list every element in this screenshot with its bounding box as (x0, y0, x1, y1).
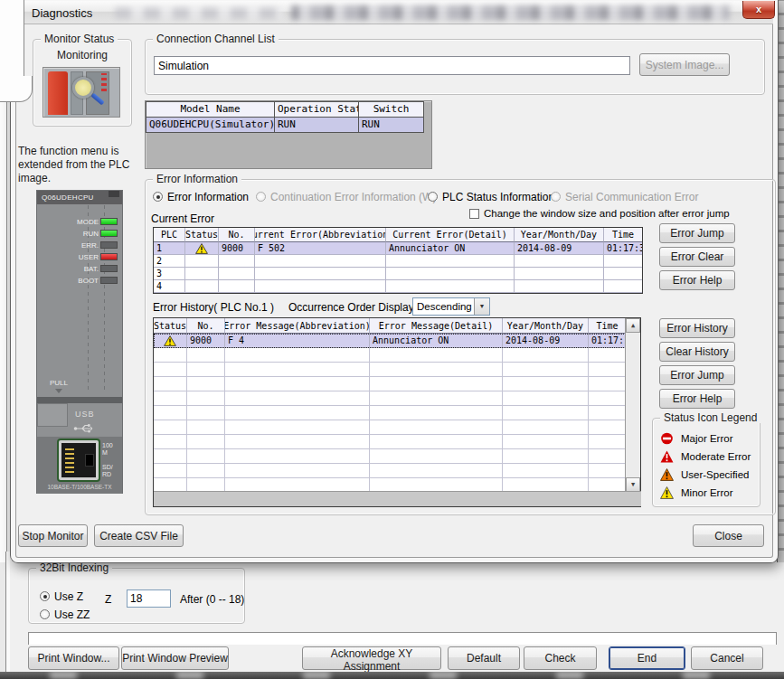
model-table-row[interactable]: Q06UDEHCPU(Simulator) RUN RUN (146, 117, 423, 132)
detail-col-header: Current Error(Detail) (386, 228, 515, 242)
switch-header: Switch (358, 101, 423, 117)
status-cell (154, 334, 187, 348)
time-col-header: Time (604, 228, 642, 242)
time-cell (604, 268, 642, 280)
time-cell (604, 255, 642, 268)
plc-image[interactable]: Q06UDEHCPU MODE RUN ERR. USER BAT. BOOT … (36, 190, 123, 494)
overlapping-window-fragment (0, 0, 24, 88)
no-cell (219, 268, 255, 280)
system-image-button[interactable]: System Image... (639, 53, 730, 76)
led-label-bat: BAT. (84, 265, 99, 273)
background-dialog: 32Bit Indexing Use Z Use ZZ Z After (0 -… (5, 552, 784, 679)
after-range-label: After (0 -- 18) (180, 593, 244, 606)
current-error-row[interactable]: 4 (154, 280, 642, 293)
led-label-err: ERR. (81, 241, 99, 250)
resize-after-jump-checkbox[interactable]: Change the window size and position afte… (469, 208, 741, 219)
stop-monitor-button[interactable]: Stop Monitor (18, 524, 88, 547)
legend-major-label: Major Error (681, 433, 733, 444)
occurrence-order-dropdown[interactable]: Descending ▼ (412, 297, 490, 316)
no-col-header: No. (219, 228, 255, 242)
end-button[interactable]: End (609, 646, 685, 670)
continuation-error-radio[interactable]: Continuation Error Information (W) (256, 191, 436, 203)
history-controls-row: Error History( PLC No.1 ) Occurrence Ord… (153, 297, 641, 316)
abbr-cell (255, 268, 386, 280)
use-zz-radio[interactable]: Use ZZ (40, 608, 90, 620)
current-error-row[interactable]: 3 (154, 268, 642, 280)
error-history-label: Error History( PLC No.1 ) (153, 301, 274, 314)
abbr-cell (255, 255, 386, 268)
close-icon[interactable]: x (742, 1, 775, 19)
history-header-row: Status No. Error Message(Abbreviation) E… (154, 318, 626, 334)
title-bar[interactable]: Diagnostics (15, 1, 773, 24)
vertical-scrollbar[interactable]: ▲ ▼ (625, 318, 640, 492)
minor-error-icon (660, 486, 674, 499)
current-error-row[interactable]: 1 9000 F 502 Annunciator ON 2014-08-09 0… (154, 242, 642, 255)
horizontal-scrollbar[interactable] (154, 491, 641, 506)
led-label-user: USER (79, 253, 99, 261)
date-cell (515, 255, 604, 268)
status-col-header: Status (185, 228, 219, 242)
time-col-header: Time (589, 318, 626, 334)
error-history-button[interactable]: Error History (659, 318, 735, 338)
abbr-col-header: Error Message(Abbreviation) (225, 318, 370, 334)
plc-cell: 1 (154, 242, 185, 255)
create-csv-button[interactable]: Create CSV File (94, 524, 184, 547)
error-information-radio[interactable]: Error Information (153, 191, 249, 203)
err-led (100, 241, 118, 249)
cancel-button[interactable]: Cancel (691, 646, 763, 670)
user-led (100, 253, 118, 260)
use-z-radio[interactable]: Use Z (40, 590, 83, 602)
plc-image-note: The function menu is extended from the P… (18, 145, 145, 185)
time-cell: 01:17:39 (604, 242, 642, 255)
boot-led (100, 277, 118, 284)
connection-channel-label: Connection Channel List (153, 33, 279, 44)
monitoring-status-text: Monitoring (33, 49, 131, 61)
model-name-cell: Q06UDEHCPU(Simulator) (146, 117, 274, 132)
plc-red-module-graphic (48, 71, 68, 115)
clear-history-button[interactable]: Clear History (659, 342, 735, 362)
plc-status-radio[interactable]: PLC Status Information (428, 191, 554, 203)
acknowledge-xy-button[interactable]: Acknowledge XY Assignment (302, 646, 441, 670)
radio-dot-selected (40, 591, 50, 601)
plc-cell: 4 (154, 280, 185, 293)
current-error-label: Current Error (151, 212, 214, 225)
default-button[interactable]: Default (448, 646, 520, 670)
date-cell: 2014-08-09 (503, 334, 589, 348)
print-window-preview-button[interactable]: Print Window Preview (121, 646, 229, 670)
model-table: Model Name Operation Status Switch Q06UD… (146, 101, 424, 133)
run-led (100, 230, 118, 237)
legend-user-label: User-Specified (681, 469, 749, 480)
model-name-header: Model Name (146, 101, 274, 117)
legend-minor-label: Minor Error (681, 487, 733, 498)
detail-col-header: Error Message(Detail) (370, 318, 503, 334)
error-help-button[interactable]: Error Help (659, 270, 735, 290)
checkbox-box (469, 209, 479, 219)
serial-communication-radio[interactable]: Serial Communication Error (551, 191, 698, 203)
status-icon-legend-group: Status Icon Legend Major Error Moderate … (652, 418, 760, 507)
error-jump-button[interactable]: Error Jump (659, 223, 735, 243)
scroll-up-icon[interactable]: ▲ (626, 318, 640, 333)
z-label: Z (105, 593, 111, 606)
model-table-container: Model Name Operation Status Switch Q06UD… (145, 100, 432, 169)
scroll-down-icon[interactable]: ▼ (626, 477, 640, 492)
error-clear-button[interactable]: Error Clear (659, 247, 735, 267)
current-error-row[interactable]: 2 (154, 255, 642, 268)
z-value-input[interactable] (127, 589, 171, 608)
connection-channel-field[interactable] (154, 56, 630, 75)
plc-notch-graphic (109, 191, 119, 197)
legend-item-major: Major Error (660, 431, 733, 446)
history-error-jump-button[interactable]: Error Jump (659, 365, 735, 385)
moderate-error-icon (660, 450, 674, 463)
status-col-header: Status (154, 318, 187, 334)
print-window-button[interactable]: Print Window... (28, 646, 119, 670)
no-cell: 9000 (187, 334, 225, 348)
use-z-label: Use Z (54, 590, 83, 603)
check-button[interactable]: Check (524, 646, 597, 670)
status-cell (185, 268, 219, 280)
close-button[interactable]: Close (693, 524, 764, 547)
radio-dot (428, 192, 438, 202)
history-row-selected[interactable]: 9000 F 4 Annunciator ON 2014-08-09 01:17… (154, 334, 626, 348)
history-error-help-button[interactable]: Error Help (659, 389, 735, 409)
detail-cell (386, 255, 515, 268)
led-label-boot: BOOT (78, 277, 99, 285)
